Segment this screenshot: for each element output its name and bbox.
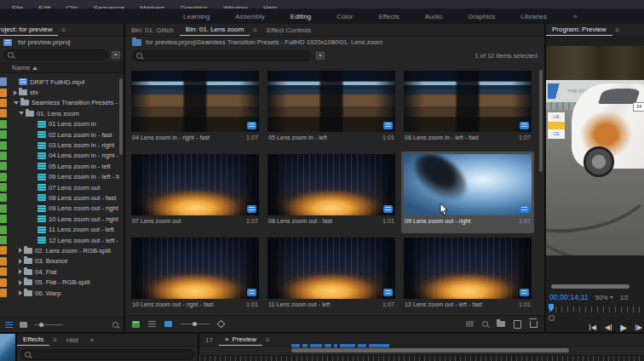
label-chip[interactable] <box>0 99 7 107</box>
list-item[interactable]: 05. Flat - RGB-split <box>0 277 119 287</box>
tab-effect-controls[interactable]: Effect Controls <box>261 25 317 36</box>
label-chip[interactable] <box>0 289 7 297</box>
label-chip[interactable] <box>0 246 7 255</box>
list-item[interactable]: 09 Lens zoom out - right <box>0 203 119 214</box>
workspace-tab-learning[interactable]: Learning <box>170 13 222 20</box>
tab-bin-glitch[interactable]: Bin: 01. Glitch <box>125 25 180 36</box>
label-chip[interactable] <box>0 257 7 266</box>
list-item[interactable]: 08 Lens zoom out - fast <box>0 192 119 203</box>
panel-menu-icon[interactable]: ≡ <box>250 25 261 36</box>
bin-scrollbar[interactable] <box>539 70 543 172</box>
find-icon[interactable] <box>482 321 488 327</box>
label-chip[interactable] <box>0 89 7 97</box>
label-chip[interactable] <box>0 267 7 276</box>
panel-menu-icon[interactable]: ≡ <box>58 25 69 36</box>
list-item[interactable]: 04. Flat <box>0 266 119 277</box>
bin-item-07[interactable]: 07 Lens zoom out1:07 <box>129 152 262 233</box>
expander-icon[interactable] <box>14 101 19 105</box>
list-item[interactable]: 04 Lens zoom in - right - fast <box>0 151 119 161</box>
list-view-icon[interactable] <box>5 322 13 328</box>
panel-menu-icon[interactable]: ≡ <box>49 335 60 346</box>
label-chip[interactable] <box>0 152 7 160</box>
current-timecode[interactable]: 00;00;14;11 <box>549 293 589 301</box>
label-chip[interactable] <box>0 193 7 202</box>
list-item[interactable]: 03. Bounce <box>0 256 119 266</box>
workspace-overflow-icon[interactable]: » <box>560 13 590 20</box>
list-item[interactable]: 03 Lens zoom in - right <box>0 140 119 150</box>
tab-overflow-icon[interactable]: » <box>84 335 100 346</box>
expander-icon[interactable] <box>19 269 22 274</box>
clip-segment[interactable] <box>325 344 331 347</box>
playback-resolution-select[interactable]: 1/2 <box>620 294 629 301</box>
list-item[interactable]: 11 Lens zoom out - left <box>0 224 119 234</box>
list-item[interactable]: 10 Lens zoom out - right - fast <box>0 214 119 224</box>
label-chip[interactable] <box>0 162 7 170</box>
sort-icons-icon[interactable] <box>217 320 226 329</box>
project-file-button[interactable]: for preview.prproj <box>18 38 70 46</box>
tab-sequence-preview[interactable]: × Preview <box>219 334 262 346</box>
label-chip[interactable] <box>0 173 7 181</box>
thumbnail[interactable] <box>404 71 532 132</box>
panel-menu-icon[interactable]: ≡ <box>612 25 624 36</box>
workspace-tab-editing[interactable]: Editing <box>278 13 324 20</box>
bin-item-08[interactable]: 08 Lens zoom out - fast1:01 <box>265 152 398 233</box>
label-chip[interactable] <box>0 215 7 223</box>
tab-effects[interactable]: Effects <box>17 334 49 346</box>
close-icon[interactable]: × <box>225 335 229 343</box>
expander-icon[interactable] <box>19 290 22 295</box>
timeline-horizontal-scrollbar[interactable] <box>291 348 569 352</box>
writable-bin-icon[interactable] <box>132 321 140 328</box>
bin-item-06[interactable]: 06 Lens zoom in - left - fast1:07 <box>401 68 534 150</box>
go-to-in-button[interactable]: ◀ <box>589 324 596 331</box>
thumbnail[interactable] <box>267 238 395 299</box>
expander-icon[interactable] <box>19 248 22 253</box>
list-item[interactable]: 02. Lens zoom - RGB-split <box>0 245 119 255</box>
workspace-tab-graphics[interactable]: Graphics <box>455 13 508 20</box>
effects-search-input[interactable] <box>20 349 194 360</box>
automate-to-sequence-icon[interactable] <box>466 321 474 327</box>
list-view-icon[interactable] <box>148 321 156 327</box>
program-time-ruler[interactable] <box>549 307 641 312</box>
bin-search-input[interactable] <box>132 50 311 61</box>
step-back-button[interactable]: ◀ <box>605 324 612 331</box>
clip-segment[interactable] <box>302 344 308 347</box>
bin-item-11[interactable]: 11 Lens zoom out - left1:07 <box>265 235 398 317</box>
step-forward-button[interactable]: ▶ <box>635 324 642 331</box>
thumbnail[interactable] <box>267 154 395 215</box>
panel-menu-icon[interactable]: ≡ <box>262 335 273 346</box>
zoom-handle-icon[interactable] <box>549 315 555 321</box>
thumbnail[interactable] <box>131 154 259 215</box>
program-horizontal-scrollbar[interactable] <box>551 284 630 289</box>
thumbnail[interactable] <box>131 238 259 299</box>
workspace-tab-assembly[interactable]: Assembly <box>222 13 278 20</box>
clip-segment[interactable] <box>334 344 337 347</box>
clip-segment[interactable] <box>369 344 389 347</box>
thumbnail[interactable] <box>131 71 259 132</box>
list-item[interactable]: 12 Lens zoom out - left - fast <box>0 235 119 245</box>
bin-item-12[interactable]: 12 Lens zoom out - left - fast1:01 <box>401 235 534 317</box>
label-chip[interactable] <box>0 236 7 244</box>
label-chip[interactable] <box>0 204 7 213</box>
list-item[interactable]: 01 Lens zoom in <box>0 119 119 129</box>
new-bin-icon[interactable] <box>497 321 505 327</box>
workspace-tab-effects[interactable]: Effects <box>365 13 411 20</box>
label-chip[interactable] <box>0 109 7 117</box>
label-chip[interactable] <box>0 120 7 129</box>
bin-item-05[interactable]: 05 Lens zoom in - left1:01 <box>265 68 398 150</box>
label-chip[interactable] <box>0 141 7 150</box>
icon-view-icon[interactable] <box>164 321 172 327</box>
program-video-frame[interactable]: THE FUTURE OF POSSIBLE LIE CE 34 <box>546 46 644 255</box>
project-scrollbar[interactable] <box>119 78 123 155</box>
thumbnail-zoom-slider[interactable] <box>181 324 210 324</box>
tab-sequence-partial[interactable]: 17 <box>199 335 219 346</box>
expander-icon[interactable] <box>19 112 24 115</box>
label-chip[interactable] <box>0 130 7 139</box>
clip-segment[interactable] <box>358 344 366 347</box>
find-icon[interactable] <box>112 322 118 328</box>
workspace-tab-libraries[interactable]: Libraries <box>508 13 560 20</box>
tab-program-preview[interactable]: Program: Preview <box>546 24 612 36</box>
project-search-input[interactable] <box>3 49 108 60</box>
thumbnail[interactable] <box>267 71 395 132</box>
tab-bin-lens-zoom[interactable]: Bin: 01. Lens zoom <box>180 24 250 36</box>
expander-icon[interactable] <box>19 259 22 264</box>
